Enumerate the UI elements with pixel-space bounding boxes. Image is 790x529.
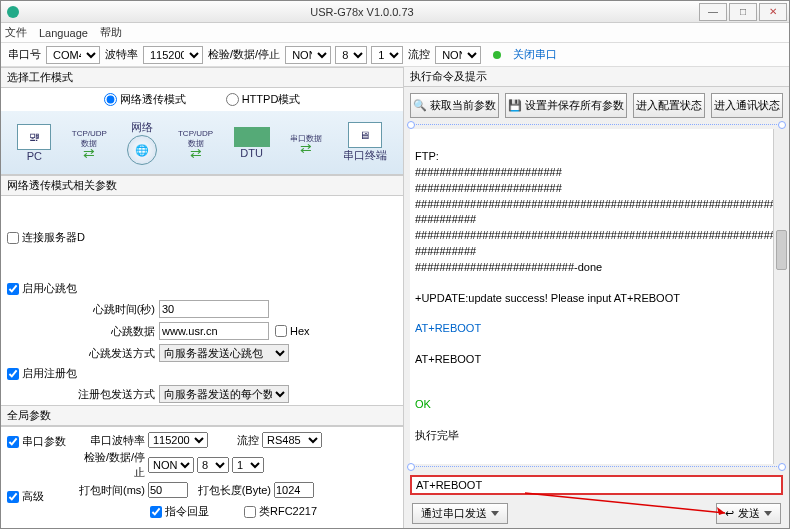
minimize-button[interactable]: — xyxy=(699,3,727,21)
parity-label: 检验/数据/停止 xyxy=(208,47,280,62)
dtu-icon xyxy=(234,127,270,147)
g-flow-select[interactable]: RS485 xyxy=(262,432,322,448)
divider xyxy=(410,466,783,469)
g-parity-select[interactable]: NONE xyxy=(148,457,194,473)
params-title: 网络透传模式相关参数 xyxy=(1,175,403,196)
heart-data-input[interactable] xyxy=(159,322,269,340)
close-port-link[interactable]: 关闭串口 xyxy=(513,47,557,62)
g-pklen-input[interactable] xyxy=(274,482,314,498)
chk-heart-hex[interactable]: Hex xyxy=(275,325,310,337)
g-stop-select[interactable]: 1 xyxy=(232,457,264,473)
databits-select[interactable]: 8 xyxy=(335,46,367,64)
save-params-button[interactable]: 💾设置并保存所有参数 xyxy=(505,93,627,118)
reg-send-select[interactable]: 向服务器发送的每个数据... xyxy=(159,385,289,403)
port-select[interactable]: COM4 xyxy=(46,46,100,64)
arrow-icon: 串口数据⇄ xyxy=(290,134,322,152)
flow-select[interactable]: NONE xyxy=(435,46,481,64)
app-icon xyxy=(7,6,19,18)
chevron-down-icon xyxy=(764,511,772,516)
heart-send-select[interactable]: 向服务器发送心跳包 xyxy=(159,344,289,362)
arrow-icon: TCP/UDP数据⇄ xyxy=(178,129,213,157)
menu-language[interactable]: Language xyxy=(39,27,88,39)
save-icon: 💾 xyxy=(508,99,522,112)
maximize-button[interactable]: □ xyxy=(729,3,757,21)
radio-net-mode[interactable]: 网络透传模式 xyxy=(104,92,186,107)
global-title: 全局参数 xyxy=(1,405,403,426)
chk-serial-params[interactable]: 串口参数 xyxy=(7,434,73,449)
chk-conn-d[interactable]: 连接服务器D xyxy=(7,230,397,245)
divider xyxy=(410,124,783,127)
send-button[interactable]: ↩发送 xyxy=(716,503,781,524)
g-data-select[interactable]: 8 xyxy=(197,457,229,473)
mode-title: 选择工作模式 xyxy=(1,67,403,88)
command-input[interactable] xyxy=(416,479,777,491)
chk-register[interactable]: 启用注册包 xyxy=(7,366,397,381)
arrow-icon: TCP/UDP数据⇄ xyxy=(72,129,107,157)
comm-mode-button[interactable]: 进入通讯状态 xyxy=(711,93,783,118)
pc-icon: 🖳 xyxy=(17,124,51,150)
search-icon: 🔍 xyxy=(413,99,427,112)
chk-advanced[interactable]: 高级 xyxy=(7,489,73,504)
chevron-down-icon xyxy=(491,511,499,516)
globe-icon: 🌐 xyxy=(127,135,157,165)
cmd-title: 执行命令及提示 xyxy=(404,67,789,87)
g-pktime-input[interactable] xyxy=(148,482,188,498)
terminal-icon: 🖥 xyxy=(348,122,382,148)
scrollbar[interactable] xyxy=(773,129,789,464)
parity-select[interactable]: NONE xyxy=(285,46,331,64)
radio-httpd-mode[interactable]: HTTPD模式 xyxy=(226,92,301,107)
topology-diagram: 🖳PC TCP/UDP数据⇄ 网络🌐 TCP/UDP数据⇄ DTU 串口数据⇄ … xyxy=(1,111,403,175)
heart-time-input[interactable] xyxy=(159,300,269,318)
menu-file[interactable]: 文件 xyxy=(5,25,27,40)
g-baud-select[interactable]: 115200 xyxy=(148,432,208,448)
chk-rfc2217[interactable]: 类RFC2217 xyxy=(244,504,317,519)
command-input-box[interactable] xyxy=(410,475,783,495)
config-mode-button[interactable]: 进入配置状态 xyxy=(633,93,705,118)
send-via-dropdown[interactable]: 通过串口发送 xyxy=(412,503,508,524)
window-title: USR-G78x V1.0.0.73 xyxy=(25,6,699,18)
baud-label: 波特率 xyxy=(105,47,138,62)
status-dot-icon xyxy=(493,51,501,59)
stopbits-select[interactable]: 1 xyxy=(371,46,403,64)
reply-icon: ↩ xyxy=(725,507,734,520)
chk-heartbeat[interactable]: 启用心跳包 xyxy=(7,281,397,296)
log-output: FTP: ######################## ##########… xyxy=(410,129,783,464)
baud-select[interactable]: 115200 xyxy=(143,46,203,64)
port-label: 串口号 xyxy=(8,47,41,62)
menu-help[interactable]: 帮助 xyxy=(100,25,122,40)
fetch-params-button[interactable]: 🔍获取当前参数 xyxy=(410,93,499,118)
chk-echo[interactable]: 指令回显 xyxy=(150,504,209,519)
flow-label: 流控 xyxy=(408,47,430,62)
close-button[interactable]: ✕ xyxy=(759,3,787,21)
